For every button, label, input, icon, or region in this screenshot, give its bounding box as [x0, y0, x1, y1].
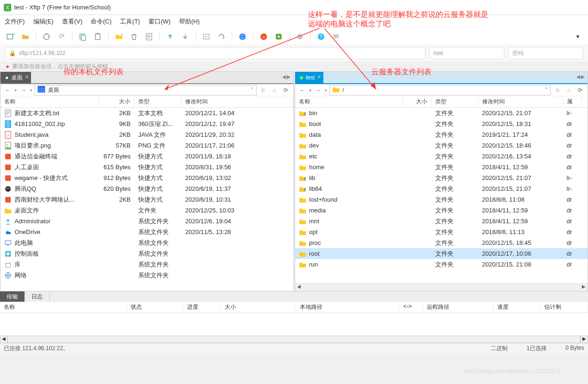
- menu-edit[interactable]: 编辑(E): [33, 17, 54, 26]
- th-remote[interactable]: 远程路径: [423, 302, 494, 313]
- settings-icon[interactable]: [294, 31, 306, 42]
- download-icon[interactable]: [180, 31, 191, 42]
- col-size[interactable]: 大小: [99, 96, 134, 107]
- col-type[interactable]: 类型: [134, 96, 181, 107]
- globe-icon[interactable]: [237, 31, 248, 42]
- local-path-input[interactable]: 桌面 ˅: [34, 85, 257, 95]
- transfer-tab[interactable]: 传输: [0, 291, 25, 302]
- paste-icon[interactable]: [92, 31, 103, 42]
- tab-next-icon[interactable]: ▶: [287, 74, 290, 80]
- col-size[interactable]: 大小: [403, 96, 431, 107]
- home-icon[interactable]: ⌂: [270, 86, 279, 95]
- th-size[interactable]: 大小: [221, 302, 296, 313]
- file-row[interactable]: lib文件夹2020/12/15, 21:07lr-: [295, 172, 588, 183]
- close-icon[interactable]: ✕: [25, 74, 29, 79]
- file-row[interactable]: OneDrive系统文件夹2020/11/5, 13:28: [0, 227, 293, 237]
- th-status[interactable]: 状态: [127, 302, 183, 313]
- file-row[interactable]: proc文件夹2020/12/15, 18:45dr: [295, 237, 588, 248]
- menu-window[interactable]: 窗口(W): [149, 17, 171, 26]
- file-row[interactable]: 西南财经大学网络认...2KB快捷方式2020/6/19, 10:31: [0, 194, 293, 205]
- forward-icon[interactable]: →: [19, 86, 28, 95]
- file-row[interactable]: 腾讯QQ620 Bytes快捷方式2020/6/19, 11:37: [0, 183, 293, 194]
- transfer-scrollbar[interactable]: ◀▶: [0, 336, 588, 343]
- col-attr[interactable]: 属: [563, 96, 582, 107]
- chat-icon[interactable]: [330, 31, 342, 42]
- file-row[interactable]: bin文件夹2020/12/15, 21:07lr-: [295, 108, 588, 118]
- close-icon[interactable]: ✕: [317, 74, 321, 79]
- th-arrow[interactable]: <->: [400, 302, 423, 313]
- red-icon[interactable]: [258, 31, 269, 42]
- file-row[interactable]: dev文件夹2020/12/15, 18:46dr: [295, 140, 588, 151]
- col-date[interactable]: 修改时间: [478, 96, 563, 107]
- sync-icon[interactable]: [201, 31, 212, 42]
- menu-file[interactable]: 文件(F): [5, 17, 25, 26]
- file-row[interactable]: 通达信金融终端677 Bytes快捷方式2020/11/9, 16:18: [0, 151, 293, 162]
- col-date[interactable]: 修改时间: [181, 96, 293, 107]
- menu-cmd[interactable]: 命令(C): [91, 17, 111, 26]
- refresh-panel-icon[interactable]: ⟳: [281, 86, 290, 95]
- col-name[interactable]: 名称: [0, 96, 99, 107]
- home-icon[interactable]: ⌂: [564, 86, 573, 95]
- file-row[interactable]: 人工桌面615 Bytes快捷方式2020/8/31, 19:56: [0, 162, 293, 172]
- col-type[interactable]: 类型: [431, 96, 478, 107]
- overflow-icon[interactable]: ▾: [572, 31, 583, 42]
- log-tab[interactable]: 日志: [25, 291, 50, 302]
- forward-icon[interactable]: →: [314, 86, 323, 95]
- copy-icon[interactable]: [77, 31, 88, 42]
- green-icon[interactable]: [273, 31, 284, 42]
- file-row[interactable]: opt文件夹2018/8/8, 11:13dr: [295, 227, 588, 237]
- address-input[interactable]: 🔒 sftp://121.4.96.102: [5, 47, 425, 59]
- new-session-icon[interactable]: +: [5, 31, 16, 42]
- chevron-down-icon[interactable]: ˅: [251, 87, 253, 94]
- file-row[interactable]: 41811002_002.zip9KB360压缩 ZI...2020/12/12…: [0, 118, 293, 129]
- tab-prev-icon[interactable]: ◀: [576, 74, 580, 80]
- file-row[interactable]: wegame - 快捷方式912 Bytes快捷方式2020/6/19, 13:…: [0, 172, 293, 183]
- remote-tab[interactable]: test ✕: [295, 72, 323, 83]
- file-row[interactable]: media文件夹2018/4/11, 12:59dr: [295, 205, 588, 216]
- th-local[interactable]: 本地路径: [296, 302, 400, 313]
- file-row[interactable]: etc文件夹2020/12/16, 13:54dr: [295, 151, 588, 162]
- file-row[interactable]: Administrator系统文件夹2020/12/6, 19:04: [0, 216, 293, 227]
- password-input[interactable]: 密码: [508, 47, 583, 59]
- file-row[interactable]: root文件夹2020/12/17, 10:06dr: [295, 248, 588, 259]
- th-speed[interactable]: 速度: [494, 302, 541, 313]
- file-row[interactable]: lib64文件夹2020/12/15, 21:07lr-: [295, 183, 588, 194]
- file-row[interactable]: JStudent.java2KBJAVA 文件2020/11/29, 20:32: [0, 129, 293, 140]
- delete-icon[interactable]: [128, 31, 140, 42]
- file-row[interactable]: data文件夹2019/1/21, 17:24dr: [295, 129, 588, 140]
- file-row[interactable]: lost+found文件夹2018/8/8, 11:08dr: [295, 194, 588, 205]
- file-row[interactable]: 此电脑系统文件夹: [0, 237, 293, 248]
- refresh-panel-icon[interactable]: ⟳: [575, 86, 585, 95]
- th-name[interactable]: 名称: [0, 302, 127, 313]
- newfolder-icon[interactable]: +: [113, 31, 125, 42]
- th-eta[interactable]: 估计剩: [541, 302, 588, 313]
- properties-icon[interactable]: [143, 31, 155, 42]
- menu-view[interactable]: 查看(V): [62, 17, 82, 26]
- upload-icon[interactable]: [165, 31, 176, 42]
- tab-next-icon[interactable]: ▶: [581, 74, 585, 80]
- local-file-list[interactable]: 新建文本文档.txt2KB文本文档2020/12/21, 14:04418110…: [0, 108, 293, 291]
- file-row[interactable]: 桌面文件文件夹2020/12/25, 10:03: [0, 205, 293, 216]
- star-icon[interactable]: ☆: [259, 86, 268, 95]
- local-tab[interactable]: ● 桌面 ✕: [0, 72, 31, 83]
- file-row[interactable]: 项目要求.png57KBPNG 文件2020/11/17, 21:06: [0, 140, 293, 151]
- back-icon[interactable]: ←: [298, 86, 307, 95]
- remote-hscroll[interactable]: ◀▶: [295, 283, 588, 291]
- file-row[interactable]: mnt文件夹2018/4/11, 12:59dr: [295, 216, 588, 227]
- file-row[interactable]: 库系统文件夹: [0, 259, 293, 270]
- disconnect-icon[interactable]: [56, 31, 67, 42]
- file-row[interactable]: run文件夹2020/12/15, 21:08dr: [295, 259, 588, 270]
- reconnect-icon[interactable]: [41, 31, 52, 42]
- star-icon[interactable]: ☆: [553, 86, 562, 95]
- th-progress[interactable]: 进度: [183, 302, 221, 313]
- help-icon[interactable]: ?: [315, 31, 327, 42]
- tab-prev-icon[interactable]: ◀: [282, 74, 286, 80]
- file-row[interactable]: 控制面板系统文件夹: [0, 248, 293, 259]
- user-input[interactable]: root: [429, 47, 504, 59]
- col-name[interactable]: 名称: [295, 96, 403, 107]
- open-icon[interactable]: [20, 31, 31, 42]
- file-row[interactable]: boot文件夹2020/12/15, 18:31dr: [295, 118, 588, 129]
- back-icon[interactable]: ←: [3, 86, 13, 95]
- refresh-icon[interactable]: [216, 31, 227, 42]
- menu-help[interactable]: 帮助(H): [179, 17, 200, 26]
